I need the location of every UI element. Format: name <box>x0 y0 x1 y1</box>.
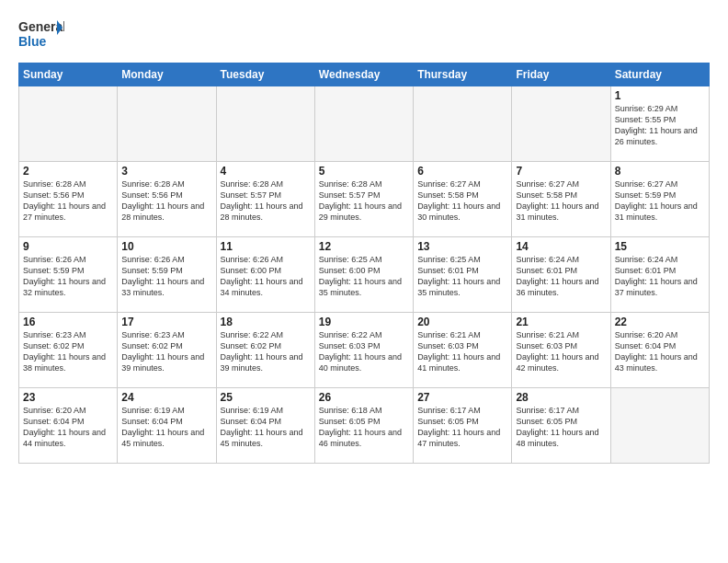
day-info: Sunrise: 6:26 AM Sunset: 6:00 PM Dayligh… <box>221 254 311 299</box>
day-info: Sunrise: 6:22 AM Sunset: 6:03 PM Dayligh… <box>319 329 409 374</box>
day-number: 16 <box>23 316 113 328</box>
calendar-cell: 8Sunrise: 6:27 AM Sunset: 5:59 PM Daylig… <box>610 162 709 237</box>
day-number: 14 <box>516 240 606 253</box>
day-number: 23 <box>23 391 113 404</box>
calendar-cell: 11Sunrise: 6:26 AM Sunset: 6:00 PM Dayli… <box>216 237 314 313</box>
day-info: Sunrise: 6:23 AM Sunset: 6:02 PM Dayligh… <box>121 329 211 374</box>
weekday-monday: Monday <box>118 63 216 86</box>
calendar-cell <box>216 86 314 162</box>
calendar-cell: 22Sunrise: 6:20 AM Sunset: 6:04 PM Dayli… <box>610 313 709 388</box>
day-number: 7 <box>516 165 606 178</box>
calendar-cell: 14Sunrise: 6:24 AM Sunset: 6:01 PM Dayli… <box>512 237 610 313</box>
day-number: 25 <box>221 391 311 404</box>
day-number: 5 <box>319 165 409 178</box>
day-number: 4 <box>221 165 311 178</box>
day-info: Sunrise: 6:27 AM Sunset: 5:58 PM Dayligh… <box>516 178 606 224</box>
day-number: 2 <box>23 165 113 178</box>
weekday-saturday: Saturday <box>610 63 709 86</box>
day-info: Sunrise: 6:20 AM Sunset: 6:04 PM Dayligh… <box>23 405 113 450</box>
calendar-cell: 5Sunrise: 6:28 AM Sunset: 5:57 PM Daylig… <box>314 162 413 237</box>
calendar-cell: 9Sunrise: 6:26 AM Sunset: 5:59 PM Daylig… <box>19 237 118 313</box>
day-number: 26 <box>319 391 409 404</box>
day-info: Sunrise: 6:19 AM Sunset: 6:04 PM Dayligh… <box>221 405 311 450</box>
calendar-cell: 3Sunrise: 6:28 AM Sunset: 5:56 PM Daylig… <box>118 162 216 237</box>
calendar-cell <box>118 86 216 162</box>
day-number: 10 <box>121 240 211 253</box>
weekday-thursday: Thursday <box>414 63 512 86</box>
day-number: 17 <box>121 316 211 328</box>
day-info: Sunrise: 6:29 AM Sunset: 5:55 PM Dayligh… <box>615 103 705 148</box>
day-number: 27 <box>417 391 507 404</box>
calendar-cell: 27Sunrise: 6:17 AM Sunset: 6:05 PM Dayli… <box>414 388 512 464</box>
calendar-cell: 21Sunrise: 6:21 AM Sunset: 6:03 PM Dayli… <box>512 313 610 388</box>
calendar-cell: 24Sunrise: 6:19 AM Sunset: 6:04 PM Dayli… <box>118 388 216 464</box>
calendar-cell: 2Sunrise: 6:28 AM Sunset: 5:56 PM Daylig… <box>19 162 118 237</box>
week-row-2: 9Sunrise: 6:26 AM Sunset: 5:59 PM Daylig… <box>19 237 710 313</box>
calendar-table: SundayMondayTuesdayWednesdayThursdayFrid… <box>18 63 710 464</box>
day-number: 18 <box>221 316 311 328</box>
calendar-cell <box>610 388 709 464</box>
day-number: 21 <box>516 316 606 328</box>
weekday-header-row: SundayMondayTuesdayWednesdayThursdayFrid… <box>19 63 710 86</box>
weekday-friday: Friday <box>512 63 610 86</box>
calendar-cell: 19Sunrise: 6:22 AM Sunset: 6:03 PM Dayli… <box>314 313 413 388</box>
day-info: Sunrise: 6:25 AM Sunset: 6:00 PM Dayligh… <box>319 254 409 299</box>
calendar-cell: 15Sunrise: 6:24 AM Sunset: 6:01 PM Dayli… <box>610 237 709 313</box>
day-info: Sunrise: 6:28 AM Sunset: 5:56 PM Dayligh… <box>121 178 211 224</box>
calendar-cell: 16Sunrise: 6:23 AM Sunset: 6:02 PM Dayli… <box>19 313 118 388</box>
week-row-1: 2Sunrise: 6:28 AM Sunset: 5:56 PM Daylig… <box>19 162 710 237</box>
calendar-cell: 20Sunrise: 6:21 AM Sunset: 6:03 PM Dayli… <box>414 313 512 388</box>
calendar-cell: 1Sunrise: 6:29 AM Sunset: 5:55 PM Daylig… <box>610 86 709 162</box>
weekday-wednesday: Wednesday <box>314 63 413 86</box>
day-info: Sunrise: 6:24 AM Sunset: 6:01 PM Dayligh… <box>516 254 606 299</box>
calendar-cell: 23Sunrise: 6:20 AM Sunset: 6:04 PM Dayli… <box>19 388 118 464</box>
logo: General Blue <box>18 15 64 53</box>
calendar-cell: 18Sunrise: 6:22 AM Sunset: 6:02 PM Dayli… <box>216 313 314 388</box>
day-number: 19 <box>319 316 409 328</box>
day-number: 20 <box>417 316 507 328</box>
calendar-cell <box>512 86 610 162</box>
week-row-3: 16Sunrise: 6:23 AM Sunset: 6:02 PM Dayli… <box>19 313 710 388</box>
day-number: 12 <box>319 240 409 253</box>
day-info: Sunrise: 6:17 AM Sunset: 6:05 PM Dayligh… <box>516 405 606 450</box>
calendar-cell: 17Sunrise: 6:23 AM Sunset: 6:02 PM Dayli… <box>118 313 216 388</box>
header: General Blue <box>18 15 710 53</box>
day-info: Sunrise: 6:28 AM Sunset: 5:57 PM Dayligh… <box>319 178 409 224</box>
day-info: Sunrise: 6:22 AM Sunset: 6:02 PM Dayligh… <box>221 329 311 374</box>
calendar-cell <box>19 86 118 162</box>
week-row-4: 23Sunrise: 6:20 AM Sunset: 6:04 PM Dayli… <box>19 388 710 464</box>
day-number: 6 <box>417 165 507 178</box>
day-number: 8 <box>615 165 705 178</box>
day-info: Sunrise: 6:26 AM Sunset: 5:59 PM Dayligh… <box>23 254 113 299</box>
day-number: 15 <box>615 240 705 253</box>
day-info: Sunrise: 6:23 AM Sunset: 6:02 PM Dayligh… <box>23 329 113 374</box>
svg-text:Blue: Blue <box>18 34 47 49</box>
day-info: Sunrise: 6:27 AM Sunset: 5:58 PM Dayligh… <box>417 178 507 224</box>
calendar-cell: 12Sunrise: 6:25 AM Sunset: 6:00 PM Dayli… <box>314 237 413 313</box>
calendar-cell: 25Sunrise: 6:19 AM Sunset: 6:04 PM Dayli… <box>216 388 314 464</box>
day-info: Sunrise: 6:24 AM Sunset: 6:01 PM Dayligh… <box>615 254 705 299</box>
day-number: 13 <box>417 240 507 253</box>
weekday-tuesday: Tuesday <box>216 63 314 86</box>
day-info: Sunrise: 6:25 AM Sunset: 6:01 PM Dayligh… <box>417 254 507 299</box>
day-info: Sunrise: 6:19 AM Sunset: 6:04 PM Dayligh… <box>121 405 211 450</box>
day-info: Sunrise: 6:28 AM Sunset: 5:56 PM Dayligh… <box>23 178 113 224</box>
calendar-cell: 28Sunrise: 6:17 AM Sunset: 6:05 PM Dayli… <box>512 388 610 464</box>
day-number: 24 <box>121 391 211 404</box>
calendar-cell: 7Sunrise: 6:27 AM Sunset: 5:58 PM Daylig… <box>512 162 610 237</box>
calendar-cell <box>414 86 512 162</box>
calendar-cell <box>314 86 413 162</box>
day-info: Sunrise: 6:27 AM Sunset: 5:59 PM Dayligh… <box>615 178 705 224</box>
calendar-cell: 13Sunrise: 6:25 AM Sunset: 6:01 PM Dayli… <box>414 237 512 313</box>
day-info: Sunrise: 6:17 AM Sunset: 6:05 PM Dayligh… <box>417 405 507 450</box>
day-info: Sunrise: 6:21 AM Sunset: 6:03 PM Dayligh… <box>516 329 606 374</box>
day-number: 22 <box>615 316 705 328</box>
day-info: Sunrise: 6:21 AM Sunset: 6:03 PM Dayligh… <box>417 329 507 374</box>
day-number: 9 <box>23 240 113 253</box>
day-number: 3 <box>121 165 211 178</box>
weekday-sunday: Sunday <box>19 63 118 86</box>
day-info: Sunrise: 6:20 AM Sunset: 6:04 PM Dayligh… <box>615 329 705 374</box>
day-number: 1 <box>615 89 705 102</box>
day-info: Sunrise: 6:28 AM Sunset: 5:57 PM Dayligh… <box>221 178 311 224</box>
calendar-cell: 10Sunrise: 6:26 AM Sunset: 5:59 PM Dayli… <box>118 237 216 313</box>
